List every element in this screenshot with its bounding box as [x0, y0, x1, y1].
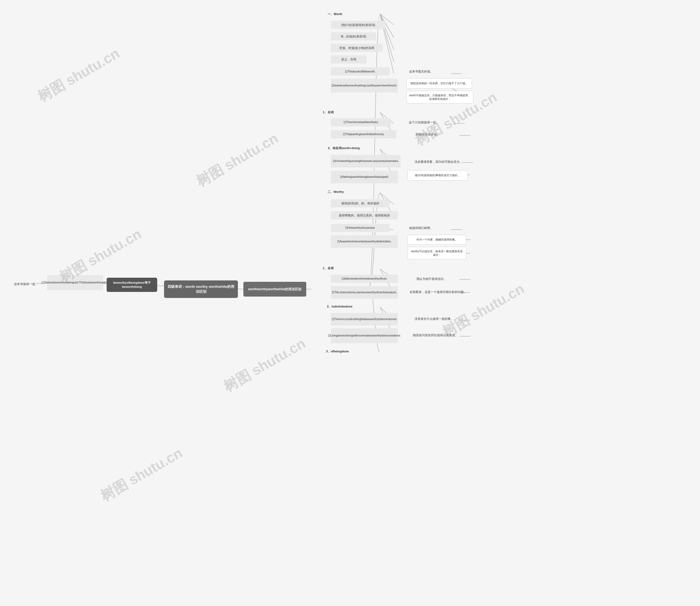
node-worth-ex2-text: 2)Iwanttosellsomeofmythings,buttheyaren'… — [331, 84, 397, 88]
node-worth-ex2-cn1-text: 我想卖掉我的一些东西，但它们值不了几个钱。 — [410, 81, 468, 85]
node-worth-def3-text: 价值、价值(多少钱)的东西 — [339, 46, 374, 50]
node-worthy-ex1-text: 1)Heisworthyofourpraise. — [345, 226, 376, 230]
node-worthy-text: 二、Worthy — [328, 190, 344, 194]
node-worthy-n1-cn-text: 我认为他不值得信任。 — [416, 277, 446, 281]
node-worthy-td1: 1)Thereoccurrednothingthatwasworthytobem… — [331, 313, 398, 326]
node-worth-def4: 意义、作用 — [331, 55, 366, 64]
node-left3: beworthyofbeingdone等于beworthdoing — [107, 278, 157, 292]
watermark-4: 树图 shutu.cn — [220, 334, 309, 396]
node-worthy-ex2-cn2-text: worthy可以做定语，做表语一般也要跟其他成分： — [410, 250, 464, 257]
node-worth-n2: 2)Thatpaintingisworthalotofmoney. — [331, 130, 396, 138]
node-worth-vd1-cn-text: 没必要猜答案，因为你可能会丢分。 — [414, 160, 463, 164]
node-worthy-ex1-cn-text: 他值得我们称赞。 — [409, 226, 433, 230]
node-worthy-noun: 1、名词 — [317, 264, 339, 272]
node-worth-vd2-text: 2)Ifathingisworthdoingitisworthdoingwell… — [340, 175, 389, 179]
node-worthy-td1-text: 1)Thereoccurrednothingthatwasworthytobem… — [332, 317, 397, 321]
node-worthy-td2: 2)Livingaloneorlivingwithroommatesiswort… — [331, 328, 398, 343]
node-worthy-n2-cn-text: 在我看来，这是一个值得仔细分析的问题。 — [410, 290, 467, 294]
node-worth-ex2-cn2: worth不能做定语，只能做表语，而且不单独使用，必须跟其他成分： — [406, 91, 473, 103]
node-worthy-ex2-text: 2)Asawritersheiscertainlyworthyofadmirat… — [337, 240, 391, 243]
watermark-2: 树图 shutu.cn — [193, 129, 282, 191]
node-left-label-text: 这本书值得一读。 — [14, 282, 38, 286]
node-worth-noun: 1、名词 — [317, 108, 339, 116]
node-worthy-n1: 1)Ididnotesteemhimtobeworthyoftrust. — [331, 275, 398, 283]
node-worthy-n1-text: 1)Ididnotesteemhimtobeworthyoftrust. — [341, 277, 387, 281]
node-worthy: 二、Worthy — [317, 188, 354, 196]
node-worth-header-text: worthworthyworthwhile的用法区别 — [248, 287, 301, 292]
node-worth-n2-cn-text: 那幅画值很多钱。 — [416, 133, 440, 137]
node-worth-ex1-cn-text: 这本书毫无价值。 — [409, 69, 433, 74]
node-worth-def4-text: 意义、作用 — [341, 57, 356, 62]
node-worthy-n1-cn: 我认为他不值得信任。 — [407, 275, 455, 283]
node-left2-text: 1)Thisbookisworthyofbeingrad./Thisbookis… — [41, 281, 109, 284]
node-worth-def1-text: (指行动)是值得的(形容词) — [341, 23, 376, 27]
node-worth-vdoing: 2、动名词worth+doing — [317, 144, 370, 152]
node-worth-n1-text: 1)Theschemeiswellworthatry. — [343, 120, 379, 124]
node-worth-ex1: 1)Thisbookoflittleworth. — [331, 67, 390, 75]
node-worth-vd2-cn1-text: 做任何(值得做的)事都应该尽力做好。 — [415, 173, 460, 177]
node-worth-ex1-text: 1)Thisbookoflittleworth. — [345, 69, 376, 74]
node-worth-n1: 1)Theschemeiswellworthatry. — [331, 118, 391, 126]
node-worthy-def2-text: 值得尊敬的、值得注意的、值得歌咏的 — [339, 213, 390, 217]
node-worthy-n2-cn: 在我看来，这是一个值得仔细分析的问题。 — [407, 288, 469, 296]
node-worth-text: 一、Worth — [328, 12, 342, 16]
node-worthy-ex1: 1)Heisworthyofourpraise. — [331, 224, 390, 232]
node-worthy-def1: 值得(应得)的、的、有价值的 — [331, 199, 390, 207]
node-worthy-td2-cn-text: 独居或与室友同住值得认真考虑。 — [413, 333, 458, 337]
node-worth-def2-text: 有...价值的(形容词) — [341, 34, 366, 39]
node-worthy-ex1-cn: 他值得我们称赞。 — [399, 224, 443, 232]
node-worth-def3: 价值、价值(多少钱)的东西 — [331, 44, 383, 52]
node-worth-n1-cn-text: 这个计划很值得一试。 — [409, 120, 439, 124]
node-worthy-def1-text: 值得(应得)的、的、有价值的 — [341, 201, 379, 206]
node-worth-n1-cn: 这个计划很值得一试。 — [399, 118, 449, 126]
node-worthy-ex2: 2)Asawritersheiscertainlyworthyofadmirat… — [331, 235, 398, 248]
node-worth-ex2: 2)Iwanttosellsomeofmythings,buttheyaren'… — [331, 79, 398, 92]
node-worth-vd1-cn: 没必要猜答案，因为你可能会丢分。 — [409, 158, 468, 166]
node-worthy-n2-text: 2)This,itseemstome,isanissueworthyofcare… — [332, 290, 397, 295]
mindmap-container: 树图 shutu.cn 树图 shutu.cn 树图 shutu.cn 树图 s… — [0, 0, 700, 606]
node-worthy-todo-text: 2、todo/tobedone — [327, 304, 353, 309]
node-left2: 1)Thisbookisworthyofbeingrad./Thisbookis… — [47, 275, 103, 290]
node-worth-ex1-cn: 这本书毫无价值。 — [398, 67, 444, 75]
node-worthy-td2-cn: 独居或与室友同住值得认真考虑。 — [407, 331, 463, 339]
node-worthy-ex2-cn2: worthy可以做定语，做表语一般也要跟其他成分： — [407, 247, 466, 259]
node-worthy-ex2-cn1: 作为一个作家，她确实值得钦佩。 — [407, 235, 466, 244]
node-worth: 一、Worth — [317, 10, 353, 18]
node-worth-vd1-text: 1)It'snotworthguessingtheanswer,asyoumay… — [333, 159, 399, 163]
node-worthy-noun-text: 1、名词 — [323, 266, 333, 270]
node-worth-header: worthworthyworthwhile的用法区别 — [243, 282, 306, 297]
node-worth-def2: 有...价值的(形容词) — [331, 32, 376, 41]
node-root: 四级单词：worth worthy worthwhile的用法区别 — [164, 280, 238, 298]
watermark-1: 树图 shutu.cn — [34, 44, 123, 107]
watermark-5: 树图 shutu.cn — [97, 443, 186, 506]
node-worth-ex2-cn2-text: worth不能做定语，只能做表语，而且不单独使用，必须跟其他成分： — [409, 94, 471, 101]
node-worth-ex2-cn1: 我想卖掉我的一些东西，但它们值不了几个钱。 — [406, 78, 472, 89]
node-worthy-ofbeing: 3、ofbeingdone — [317, 347, 358, 355]
node-worthy-td2-text: 2)Livingaloneorlivingwithroommatesiswort… — [328, 334, 401, 337]
node-worthy-td1-cn-text: 没有发生什么值得一提的事。 — [414, 317, 454, 321]
node-worth-n2-text: 2)Thatpaintingisworthalotofmoney. — [343, 133, 384, 136]
node-worth-def1: (指行动)是值得的(形容词) — [331, 21, 386, 29]
node-worth-vdoing-text: 2、动名词worth+doing — [328, 146, 360, 150]
node-root-text: 四级单词：worth worthy worthwhile的用法区别 — [166, 284, 236, 294]
node-worth-vd2-cn1: 做任何(值得做的)事都应该尽力做好。 — [407, 170, 467, 181]
node-worthy-n2: 2)This,itseemstome,isanissueworthyofcare… — [331, 286, 398, 299]
node-left-label: 这本书值得一读。 — [8, 279, 44, 289]
node-worth-n2-cn: 那幅画值很多钱。 — [406, 130, 449, 138]
node-left3-text: beworthyofbeingdone等于beworthdoing — [109, 281, 155, 289]
node-worthy-td1-cn: 没有发生什么值得一提的事。 — [407, 314, 461, 323]
node-worthy-todo: 2、todo/tobedone — [317, 303, 362, 310]
node-worth-vd2: 2)Ifathingisworthdoingitisworthdoingwell… — [331, 171, 398, 183]
node-worthy-ex2-cn1-text: 作为一个作家，她确实值得钦佩。 — [416, 238, 457, 241]
node-worthy-def2: 值得尊敬的、值得注意的、值得歌咏的 — [331, 211, 398, 219]
node-worthy-ofbeing-text: 3、ofbeingdone — [326, 349, 348, 353]
node-worth-vd1: 1)It'snotworthguessingtheanswer,asyoumay… — [331, 155, 401, 167]
node-worth-noun-text: 1、名词 — [323, 110, 333, 114]
